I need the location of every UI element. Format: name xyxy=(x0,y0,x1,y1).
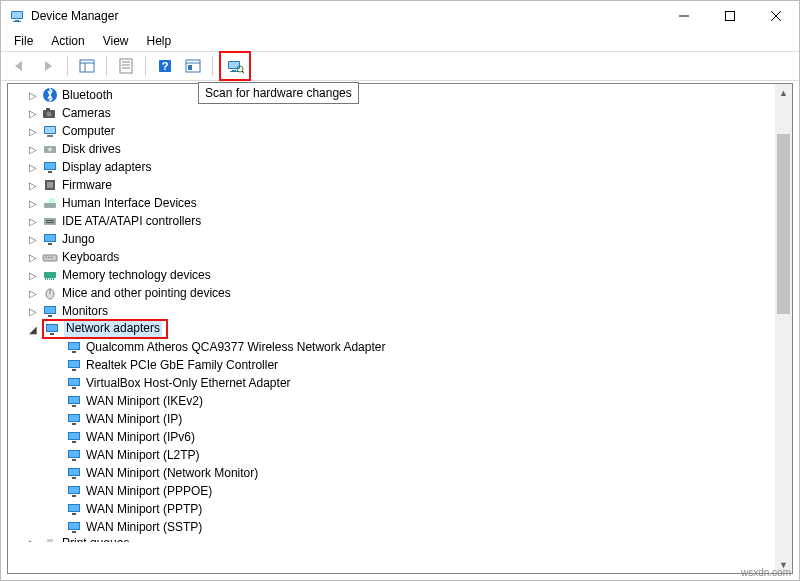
expander-icon[interactable]: ▷ xyxy=(26,250,40,264)
svg-rect-42 xyxy=(44,218,56,225)
vertical-scrollbar[interactable]: ▲ ▼ xyxy=(775,84,792,573)
svg-rect-86 xyxy=(72,459,76,461)
node-label: Mice and other pointing devices xyxy=(62,286,231,300)
expander-icon[interactable]: ▷ xyxy=(26,536,40,542)
keyboard-icon xyxy=(42,249,58,265)
menu-action[interactable]: Action xyxy=(44,32,91,50)
titlebar: Device Manager xyxy=(1,1,799,31)
svg-rect-74 xyxy=(72,387,76,389)
show-hide-tree-button[interactable] xyxy=(74,54,100,78)
scroll-up-button[interactable]: ▲ xyxy=(775,84,792,101)
toolbar-separator xyxy=(212,56,213,76)
tree-node-na-item[interactable]: WAN Miniport (Network Monitor) xyxy=(8,464,775,482)
expander-icon[interactable]: ▷ xyxy=(26,142,40,156)
node-label: Keyboards xyxy=(62,250,119,264)
menu-help[interactable]: Help xyxy=(140,32,179,50)
forward-button[interactable] xyxy=(35,54,61,78)
toolbar: ? Scan for hardware changes xyxy=(1,51,799,81)
highlight-scan-button xyxy=(219,51,251,81)
tree-node-na-item[interactable]: VirtualBox Host-Only Ethernet Adapter xyxy=(8,374,775,392)
expander-icon[interactable]: ▷ xyxy=(26,196,40,210)
svg-rect-98 xyxy=(72,531,76,533)
menu-file[interactable]: File xyxy=(7,32,40,50)
node-label: WAN Miniport (PPTP) xyxy=(86,502,202,516)
help-button[interactable]: ? xyxy=(152,54,178,78)
tree-node-na-item[interactable]: WAN Miniport (IKEv2) xyxy=(8,392,775,410)
monitor-icon xyxy=(42,303,58,319)
svg-rect-11 xyxy=(120,59,132,73)
close-button[interactable] xyxy=(753,1,799,31)
svg-line-25 xyxy=(242,71,244,73)
node-label: Memory technology devices xyxy=(62,268,211,282)
scroll-thumb[interactable] xyxy=(777,134,790,314)
tree-node-na-item[interactable]: Realtek PCIe GbE Family Controller xyxy=(8,356,775,374)
ide-icon xyxy=(42,213,58,229)
expander-icon[interactable]: ▷ xyxy=(26,286,40,300)
tree-node-network-adapters[interactable]: ◢ Network adapters xyxy=(8,320,775,338)
svg-rect-52 xyxy=(44,272,56,278)
back-button[interactable] xyxy=(7,54,33,78)
tree-node-na-item[interactable]: WAN Miniport (PPTP) xyxy=(8,500,775,518)
tree-node-display-adapters[interactable]: ▷ Display adapters xyxy=(8,158,775,176)
tree-node-print-queues[interactable]: ▷ Print queues xyxy=(8,536,775,542)
tree-node-memtech[interactable]: ▷ Memory technology devices xyxy=(8,266,775,284)
node-label: WAN Miniport (SSTP) xyxy=(86,520,202,534)
svg-rect-62 xyxy=(48,315,52,317)
tree-node-bluetooth[interactable]: ▷ Bluetooth xyxy=(8,86,775,104)
svg-rect-57 xyxy=(53,278,54,280)
device-tree[interactable]: ▷ Bluetooth ▷ Cameras ▷ Computer ▷ Disk … xyxy=(8,84,775,573)
menu-view[interactable]: View xyxy=(96,32,136,50)
tree-node-ide[interactable]: ▷ IDE ATA/ATAPI controllers xyxy=(8,212,775,230)
minimize-button[interactable] xyxy=(661,1,707,31)
tree-node-firmware[interactable]: ▷ Firmware xyxy=(8,176,775,194)
svg-rect-49 xyxy=(45,257,47,258)
maximize-button[interactable] xyxy=(707,1,753,31)
tree-node-monitors[interactable]: ▷ Monitors xyxy=(8,302,775,320)
tree-node-na-item[interactable]: WAN Miniport (PPPOE) xyxy=(8,482,775,500)
network-icon xyxy=(66,411,82,427)
window-controls xyxy=(661,1,799,31)
expander-icon[interactable]: ▷ xyxy=(26,232,40,246)
watermark: wsxdn.com xyxy=(741,567,791,578)
node-label: Display adapters xyxy=(62,160,151,174)
svg-rect-8 xyxy=(80,60,94,72)
expander-icon[interactable]: ▷ xyxy=(26,304,40,318)
action-button[interactable] xyxy=(180,54,206,78)
firmware-icon xyxy=(42,177,58,193)
expander-icon[interactable]: ▷ xyxy=(26,178,40,192)
node-label: Print queues xyxy=(62,536,129,542)
tree-node-computer[interactable]: ▷ Computer xyxy=(8,122,775,140)
svg-rect-47 xyxy=(48,243,52,245)
svg-rect-73 xyxy=(69,379,79,385)
svg-rect-40 xyxy=(44,203,56,208)
node-label: VirtualBox Host-Only Ethernet Adapter xyxy=(86,376,291,390)
tree-node-na-item[interactable]: Qualcomm Atheros QCA9377 Wireless Networ… xyxy=(8,338,775,356)
svg-rect-67 xyxy=(69,343,79,349)
tree-node-na-item[interactable]: WAN Miniport (L2TP) xyxy=(8,446,775,464)
node-label: Network adapters xyxy=(64,321,162,337)
svg-text:?: ? xyxy=(162,60,169,72)
expander-icon[interactable]: ◢ xyxy=(26,322,40,336)
tree-node-hid[interactable]: ▷ Human Interface Devices xyxy=(8,194,775,212)
tree-node-cameras[interactable]: ▷ Cameras xyxy=(8,104,775,122)
svg-rect-5 xyxy=(726,12,735,21)
tree-node-na-item[interactable]: WAN Miniport (IPv6) xyxy=(8,428,775,446)
network-icon xyxy=(66,393,82,409)
properties-button[interactable] xyxy=(113,54,139,78)
tree-node-disk-drives[interactable]: ▷ Disk drives xyxy=(8,140,775,158)
tree-node-keyboards[interactable]: ▷ Keyboards xyxy=(8,248,775,266)
tree-node-jungo[interactable]: ▷ Jungo xyxy=(8,230,775,248)
tree-node-na-item[interactable]: WAN Miniport (SSTP) xyxy=(8,518,775,536)
tree-node-mice[interactable]: ▷ Mice and other pointing devices xyxy=(8,284,775,302)
expander-icon[interactable]: ▷ xyxy=(26,124,40,138)
svg-rect-44 xyxy=(46,222,54,223)
scan-hardware-button[interactable] xyxy=(222,54,248,78)
expander-icon[interactable]: ▷ xyxy=(26,160,40,174)
expander-icon[interactable]: ▷ xyxy=(26,88,40,102)
expander-icon[interactable]: ▷ xyxy=(26,214,40,228)
svg-rect-46 xyxy=(45,235,55,241)
expander-icon[interactable]: ▷ xyxy=(26,268,40,282)
svg-rect-1 xyxy=(12,12,22,18)
tree-node-na-item[interactable]: WAN Miniport (IP) xyxy=(8,410,775,428)
expander-icon[interactable]: ▷ xyxy=(26,106,40,120)
